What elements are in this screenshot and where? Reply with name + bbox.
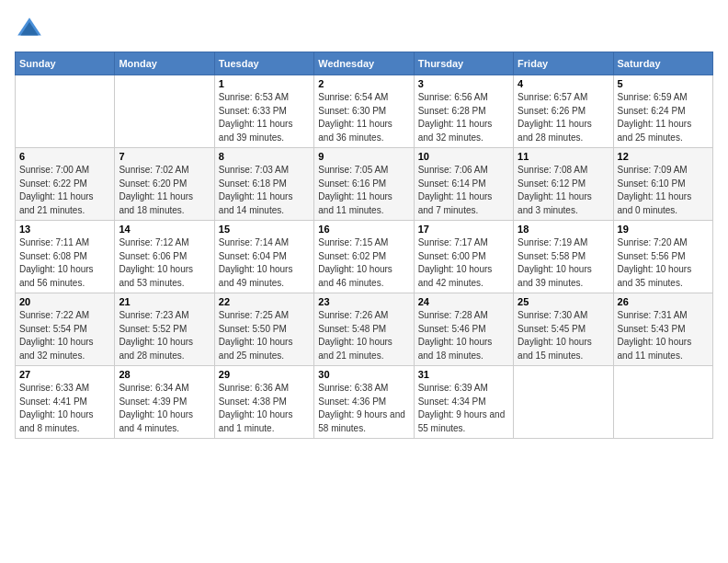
day-info: Sunrise: 6:36 AMSunset: 4:38 PMDaylight:… — [219, 382, 310, 435]
day-info: Sunrise: 7:22 AMSunset: 5:54 PMDaylight:… — [19, 309, 110, 362]
calendar-cell: 30Sunrise: 6:38 AMSunset: 4:36 PMDayligh… — [314, 366, 414, 439]
day-number: 14 — [119, 224, 210, 235]
calendar-cell: 6Sunrise: 7:00 AMSunset: 6:22 PMDaylight… — [16, 148, 115, 221]
calendar-cell: 15Sunrise: 7:14 AMSunset: 6:04 PMDayligh… — [214, 221, 313, 293]
day-info: Sunrise: 6:59 AMSunset: 6:24 PMDaylight:… — [618, 91, 709, 144]
day-info: Sunrise: 6:38 AMSunset: 4:36 PMDaylight:… — [318, 382, 409, 435]
weekday-header-wednesday: Wednesday — [314, 52, 414, 75]
calendar-cell: 10Sunrise: 7:06 AMSunset: 6:14 PMDayligh… — [414, 148, 513, 221]
day-number: 8 — [219, 151, 310, 162]
day-number: 25 — [518, 296, 609, 307]
calendar-cell: 25Sunrise: 7:30 AMSunset: 5:45 PMDayligh… — [514, 293, 613, 366]
logo-icon — [15, 15, 44, 44]
calendar-cell: 16Sunrise: 7:15 AMSunset: 6:02 PMDayligh… — [314, 221, 414, 293]
day-info: Sunrise: 7:28 AMSunset: 5:46 PMDaylight:… — [418, 309, 509, 362]
day-number: 17 — [418, 224, 509, 235]
calendar-cell: 28Sunrise: 6:34 AMSunset: 4:39 PMDayligh… — [115, 366, 214, 439]
day-info: Sunrise: 7:05 AMSunset: 6:16 PMDaylight:… — [318, 164, 409, 217]
calendar-cell: 13Sunrise: 7:11 AMSunset: 6:08 PMDayligh… — [16, 221, 115, 293]
calendar-table: SundayMondayTuesdayWednesdayThursdayFrid… — [15, 52, 713, 439]
day-number: 12 — [618, 151, 709, 162]
calendar-cell: 2Sunrise: 6:54 AMSunset: 6:30 PMDaylight… — [314, 75, 414, 148]
week-row-2: 6Sunrise: 7:00 AMSunset: 6:22 PMDaylight… — [16, 148, 713, 221]
weekday-header-sunday: Sunday — [16, 52, 115, 75]
day-number: 18 — [518, 224, 609, 235]
day-info: Sunrise: 7:15 AMSunset: 6:02 PMDaylight:… — [318, 236, 409, 290]
day-info: Sunrise: 7:06 AMSunset: 6:14 PMDaylight:… — [418, 164, 509, 217]
day-number: 21 — [119, 296, 210, 307]
day-info: Sunrise: 7:14 AMSunset: 6:04 PMDaylight:… — [219, 236, 310, 290]
week-row-3: 13Sunrise: 7:11 AMSunset: 6:08 PMDayligh… — [16, 221, 713, 293]
day-number: 27 — [19, 369, 110, 380]
day-number: 15 — [219, 224, 310, 235]
day-number: 7 — [119, 151, 210, 162]
day-info: Sunrise: 7:12 AMSunset: 6:06 PMDaylight:… — [119, 236, 210, 290]
day-number: 22 — [219, 296, 310, 307]
day-number: 10 — [418, 151, 509, 162]
weekday-header-thursday: Thursday — [414, 52, 513, 75]
day-number: 5 — [618, 78, 709, 89]
calendar-cell — [16, 75, 115, 148]
calendar-cell: 29Sunrise: 6:36 AMSunset: 4:38 PMDayligh… — [214, 366, 313, 439]
calendar-cell: 7Sunrise: 7:02 AMSunset: 6:20 PMDaylight… — [115, 148, 214, 221]
day-info: Sunrise: 7:11 AMSunset: 6:08 PMDaylight:… — [19, 236, 110, 290]
day-number: 29 — [219, 369, 310, 380]
day-number: 9 — [318, 151, 409, 162]
day-number: 4 — [518, 78, 609, 89]
calendar-cell: 3Sunrise: 6:56 AMSunset: 6:28 PMDaylight… — [414, 75, 513, 148]
weekday-header-tuesday: Tuesday — [214, 52, 313, 75]
day-info: Sunrise: 7:17 AMSunset: 6:00 PMDaylight:… — [418, 236, 509, 290]
day-info: Sunrise: 7:23 AMSunset: 5:52 PMDaylight:… — [119, 309, 210, 362]
calendar-cell: 27Sunrise: 6:33 AMSunset: 4:41 PMDayligh… — [16, 366, 115, 439]
weekday-header-monday: Monday — [115, 52, 214, 75]
calendar-cell — [514, 366, 613, 439]
day-number: 13 — [19, 224, 110, 235]
day-info: Sunrise: 6:39 AMSunset: 4:34 PMDaylight:… — [418, 382, 509, 435]
day-number: 16 — [318, 224, 409, 235]
calendar-cell: 31Sunrise: 6:39 AMSunset: 4:34 PMDayligh… — [414, 366, 513, 439]
calendar-cell: 9Sunrise: 7:05 AMSunset: 6:16 PMDaylight… — [314, 148, 414, 221]
weekday-header-row: SundayMondayTuesdayWednesdayThursdayFrid… — [16, 52, 713, 75]
day-info: Sunrise: 7:08 AMSunset: 6:12 PMDaylight:… — [518, 164, 609, 217]
day-info: Sunrise: 6:57 AMSunset: 6:26 PMDaylight:… — [518, 91, 609, 144]
calendar-cell: 23Sunrise: 7:26 AMSunset: 5:48 PMDayligh… — [314, 293, 414, 366]
calendar-cell — [115, 75, 214, 148]
calendar-cell: 12Sunrise: 7:09 AMSunset: 6:10 PMDayligh… — [613, 148, 712, 221]
calendar-cell: 21Sunrise: 7:23 AMSunset: 5:52 PMDayligh… — [115, 293, 214, 366]
day-info: Sunrise: 7:26 AMSunset: 5:48 PMDaylight:… — [318, 309, 409, 362]
day-info: Sunrise: 7:03 AMSunset: 6:18 PMDaylight:… — [219, 164, 310, 217]
calendar-cell: 26Sunrise: 7:31 AMSunset: 5:43 PMDayligh… — [613, 293, 712, 366]
week-row-4: 20Sunrise: 7:22 AMSunset: 5:54 PMDayligh… — [16, 293, 713, 366]
day-number: 6 — [19, 151, 110, 162]
day-info: Sunrise: 6:54 AMSunset: 6:30 PMDaylight:… — [318, 91, 409, 144]
day-number: 11 — [518, 151, 609, 162]
calendar-cell: 20Sunrise: 7:22 AMSunset: 5:54 PMDayligh… — [16, 293, 115, 366]
day-info: Sunrise: 6:33 AMSunset: 4:41 PMDaylight:… — [19, 382, 110, 435]
calendar-cell: 11Sunrise: 7:08 AMSunset: 6:12 PMDayligh… — [514, 148, 613, 221]
day-number: 1 — [219, 78, 310, 89]
day-number: 19 — [618, 224, 709, 235]
day-number: 30 — [318, 369, 409, 380]
day-info: Sunrise: 7:09 AMSunset: 6:10 PMDaylight:… — [618, 164, 709, 217]
day-info: Sunrise: 6:53 AMSunset: 6:33 PMDaylight:… — [219, 91, 310, 144]
day-info: Sunrise: 7:25 AMSunset: 5:50 PMDaylight:… — [219, 309, 310, 362]
day-number: 23 — [318, 296, 409, 307]
calendar-cell: 18Sunrise: 7:19 AMSunset: 5:58 PMDayligh… — [514, 221, 613, 293]
calendar-cell: 5Sunrise: 6:59 AMSunset: 6:24 PMDaylight… — [613, 75, 712, 148]
day-info: Sunrise: 7:00 AMSunset: 6:22 PMDaylight:… — [19, 164, 110, 217]
calendar-cell: 24Sunrise: 7:28 AMSunset: 5:46 PMDayligh… — [414, 293, 513, 366]
day-number: 20 — [19, 296, 110, 307]
calendar-cell: 8Sunrise: 7:03 AMSunset: 6:18 PMDaylight… — [214, 148, 313, 221]
day-info: Sunrise: 7:20 AMSunset: 5:56 PMDaylight:… — [618, 236, 709, 290]
calendar-cell: 19Sunrise: 7:20 AMSunset: 5:56 PMDayligh… — [613, 221, 712, 293]
day-info: Sunrise: 6:56 AMSunset: 6:28 PMDaylight:… — [418, 91, 509, 144]
day-number: 24 — [418, 296, 509, 307]
day-number: 3 — [418, 78, 509, 89]
calendar-cell — [613, 366, 712, 439]
day-info: Sunrise: 7:02 AMSunset: 6:20 PMDaylight:… — [119, 164, 210, 217]
day-number: 26 — [618, 296, 709, 307]
day-info: Sunrise: 7:19 AMSunset: 5:58 PMDaylight:… — [518, 236, 609, 290]
day-number: 31 — [418, 369, 509, 380]
day-number: 2 — [318, 78, 409, 89]
weekday-header-saturday: Saturday — [613, 52, 712, 75]
